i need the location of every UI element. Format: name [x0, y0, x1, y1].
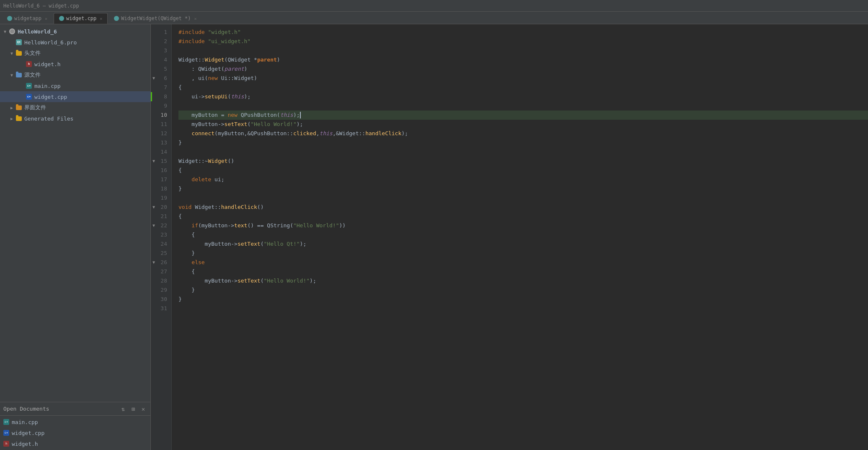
line-num-4: 4 — [151, 55, 171, 64]
sort-icon[interactable]: ⇅ — [119, 405, 127, 413]
tree-item-ui-folder[interactable]: ▶ 界面文件 — [0, 102, 150, 113]
tab-bar: widgetapp ✕ widget.cpp ✕ WidgetWidget(QW… — [0, 12, 868, 24]
open-doc-label: widget.cpp — [12, 430, 44, 436]
code-line-23: { — [178, 230, 868, 239]
open-doc-main-cpp[interactable]: c+ main.cpp — [0, 417, 150, 427]
line-num-24: 24 — [151, 239, 171, 249]
tab-widgetapp[interactable]: widgetapp ✕ — [2, 13, 53, 24]
line-num-18: 18 — [151, 184, 171, 193]
tree-item-pro[interactable]: ▶ Qt HelloWorld_6.pro — [0, 37, 150, 48]
folder-ui-icon — [15, 105, 23, 111]
line-num-8: 8 — [151, 92, 171, 101]
tab-close-icon[interactable]: ✕ — [100, 16, 102, 21]
tree-item-widget-h[interactable]: ▶ h widget.h — [0, 59, 150, 69]
code-line-16: { — [178, 166, 868, 175]
tree-item-src-folder[interactable]: ▼ 源文件 — [0, 69, 150, 80]
close-all-icon[interactable]: ✕ — [140, 405, 147, 413]
main-layout: ▼ HelloWorld_6 ▶ Qt HelloWorld_6.pro ▼ — [0, 24, 868, 450]
expand-arrow: ▼ — [2, 29, 8, 34]
line-num-27: 27 — [151, 267, 171, 276]
line-num-15: ▼15 — [151, 157, 171, 166]
code-line-11: myButton->setText("Hello World!"); — [178, 120, 868, 129]
code-line-25: } — [178, 249, 868, 258]
line-num-26: ▼26 — [151, 258, 171, 267]
code-container[interactable]: 1 2 3 4 5 ▼6 7 8 9 10 11 12 13 14 ▼15 16 — [151, 24, 868, 450]
tree-item-header-folder[interactable]: ▼ 头文件 — [0, 48, 150, 59]
code-line-5: : QWidget(parent) — [178, 64, 868, 74]
top-bar-title: HelloWorld_6 — widget.cpp — [3, 3, 79, 9]
tab-widget-cpp[interactable]: widget.cpp ✕ — [54, 13, 108, 24]
open-docs-panel: Open Documents ⇅ ⊞ ✕ c+ main.cpp c+ widg… — [0, 402, 150, 450]
open-docs-controls: ⇅ ⊞ ✕ — [119, 405, 147, 413]
line-num-21: 21 — [151, 212, 171, 221]
folder-header-icon — [15, 50, 23, 56]
line-num-25: 25 — [151, 249, 171, 258]
line-num-11: 11 — [151, 120, 171, 129]
open-docs-title: Open Documents — [3, 406, 119, 412]
line-num-20: ▼20 — [151, 203, 171, 212]
split-icon[interactable]: ⊞ — [129, 405, 137, 413]
line-num-19: 19 — [151, 193, 171, 203]
line-num-2: 2 — [151, 37, 171, 46]
tab-label: WidgetWidget(QWidget *) — [121, 15, 191, 21]
line-num-23: 23 — [151, 230, 171, 239]
expand-arrow: ▶ — [8, 116, 15, 121]
code-line-3 — [178, 46, 868, 55]
code-line-26: else — [178, 258, 868, 267]
code-line-2: #include "ui_widget.h" — [178, 37, 868, 46]
code-line-7: { — [178, 83, 868, 92]
code-line-8: ui->setupUi(this); — [178, 92, 868, 101]
tree-label: HelloWorld_6.pro — [24, 39, 77, 46]
cpp-icon — [7, 16, 12, 21]
code-line-10: myButton = new QPushButton(this); — [178, 111, 868, 120]
editor-area[interactable]: 1 2 3 4 5 ▼6 7 8 9 10 11 12 13 14 ▼15 16 — [151, 24, 868, 450]
tree-label: widget.cpp — [34, 94, 67, 100]
code-line-27: { — [178, 267, 868, 276]
tree-item-main-cpp[interactable]: ▶ c+ main.cpp — [0, 80, 150, 91]
code-line-13: } — [178, 138, 868, 147]
line-num-1: 1 — [151, 28, 171, 37]
code-line-19 — [178, 193, 868, 203]
code-line-20: void Widget::handleClick() — [178, 203, 868, 212]
tab-close-icon[interactable]: ✕ — [45, 16, 47, 21]
line-num-12: 12 — [151, 129, 171, 138]
code-line-4: Widget::Widget(QWidget *parent) — [178, 55, 868, 64]
pro-icon: Qt — [15, 39, 23, 45]
tab-label: widget.cpp — [66, 15, 96, 21]
tree-label: 头文件 — [24, 49, 41, 57]
cpp-icon: c+ — [3, 430, 9, 436]
line-num-17: 17 — [151, 175, 171, 184]
open-docs-list: c+ main.cpp c+ widget.cpp h widget.h — [0, 416, 150, 450]
tab-close-icon[interactable]: ✕ — [194, 16, 197, 21]
sidebar: ▼ HelloWorld_6 ▶ Qt HelloWorld_6.pro ▼ — [0, 24, 151, 450]
tree-item-helloworld[interactable]: ▼ HelloWorld_6 — [0, 26, 150, 37]
cpp-file-icon: c+ — [25, 83, 33, 89]
tree-item-gen-folder[interactable]: ▶ Generated Files — [0, 113, 150, 124]
tree-label: HelloWorld_6 — [18, 28, 57, 35]
tab-widget-widget[interactable]: WidgetWidget(QWidget *) ✕ — [108, 13, 202, 24]
open-doc-widget-cpp[interactable]: c+ widget.cpp — [0, 427, 150, 438]
open-doc-label: main.cpp — [12, 419, 38, 425]
tree-label: 源文件 — [24, 71, 41, 79]
code-line-6: , ui(new Ui::Widget) — [178, 74, 868, 83]
code-line-9 — [178, 101, 868, 111]
code-line-18: } — [178, 184, 868, 193]
h-icon: h — [3, 441, 9, 447]
code-line-29: } — [178, 285, 868, 295]
code-content[interactable]: #include "widget.h" #include "ui_widget.… — [172, 24, 868, 450]
h-file-icon: h — [25, 61, 33, 67]
cpp-icon — [59, 16, 64, 21]
line-num-10: 10 — [151, 111, 171, 120]
tree-label: Generated Files — [24, 116, 73, 122]
file-tree[interactable]: ▼ HelloWorld_6 ▶ Qt HelloWorld_6.pro ▼ — [0, 24, 150, 402]
tree-item-widget-cpp[interactable]: ▶ c+ widget.cpp — [0, 91, 150, 102]
open-doc-widget-h[interactable]: h widget.h — [0, 438, 150, 449]
open-doc-label: widget.h — [12, 441, 38, 447]
expand-arrow: ▼ — [8, 73, 15, 77]
cpp-file-icon: c+ — [25, 94, 33, 100]
code-line-24: myButton->setText("Hello Qt!"); — [178, 239, 868, 249]
tree-label: widget.h — [34, 61, 61, 67]
code-line-1: #include "widget.h" — [178, 28, 868, 37]
expand-arrow: ▶ — [8, 105, 15, 110]
tree-label: 界面文件 — [24, 104, 46, 111]
